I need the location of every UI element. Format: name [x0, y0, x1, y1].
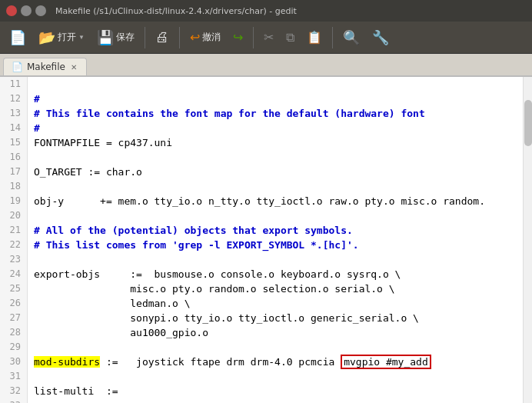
cut-icon: ✂	[264, 30, 274, 45]
line-number: 27	[0, 311, 28, 325]
folder-icon: 📂	[38, 29, 55, 46]
table-row: 30 mod-subdirs := joystick ftape drm drm…	[0, 355, 532, 369]
save-button[interactable]: 💾 保存	[92, 26, 139, 49]
titlebar: Makefile (/s1/uClinux-dist/linux-2.4.x/d…	[0, 0, 532, 22]
copy-button[interactable]: ⧉	[281, 28, 299, 48]
line-number: 33	[0, 398, 28, 403]
separator-1	[145, 27, 145, 48]
close-button[interactable]	[6, 5, 17, 16]
line-number: 15	[0, 135, 28, 150]
line-code: # This list comes from 'grep -l EXPORT_S…	[28, 238, 359, 252]
line-number: 21	[0, 223, 28, 238]
line-number: 24	[0, 267, 28, 281]
undo-label: 撤消	[202, 31, 221, 44]
table-row: 19 obj-y += mem.o tty_io.o n_tty.o tty_i…	[0, 194, 532, 208]
line-number: 19	[0, 194, 28, 208]
line-code	[28, 208, 40, 223]
table-row: 20	[0, 208, 532, 223]
separator-2	[179, 27, 180, 48]
new-icon: 📄	[9, 29, 26, 46]
line-number: 30	[0, 355, 28, 369]
save-icon: 💾	[97, 29, 114, 46]
line-code: #	[28, 121, 40, 135]
table-row: 28 au1000_gpio.o	[0, 325, 532, 340]
line-number: 20	[0, 208, 28, 223]
highlighted-text: mod-subdirs	[34, 356, 100, 368]
table-row: 25 misc.o pty.o random.o selection.o ser…	[0, 281, 532, 296]
line-number: 12	[0, 92, 28, 106]
line-code	[28, 77, 40, 92]
line-number: 23	[0, 252, 28, 267]
line-number: 18	[0, 179, 28, 194]
table-row: 26 ledman.o \	[0, 296, 532, 311]
cut-button[interactable]: ✂	[259, 27, 278, 48]
table-row: 33	[0, 398, 532, 403]
line-code	[28, 150, 40, 165]
undo-button[interactable]: ↩ 撤消	[185, 27, 225, 48]
maximize-button[interactable]	[35, 5, 46, 16]
separator-4	[332, 27, 333, 48]
line-code	[28, 252, 40, 267]
line-code: mod-subdirs := joystick ftape drm drm-4.…	[28, 355, 431, 369]
line-code	[28, 179, 40, 194]
scrollbar[interactable]	[523, 77, 532, 403]
line-code: FONTMAPFILE = cp437.uni	[28, 135, 172, 150]
code-content: 11 12 # 13 # This file contains the font…	[0, 77, 532, 403]
line-code: export-objs := busmouse.o console.o keyb…	[28, 267, 401, 281]
table-row: 13 # This file contains the font map for…	[0, 106, 532, 121]
line-number: 13	[0, 106, 28, 121]
table-row: 22 # This list comes from 'grep -l EXPOR…	[0, 238, 532, 252]
new-button[interactable]: 📄	[5, 26, 31, 49]
table-row: 24 export-objs := busmouse.o console.o k…	[0, 267, 532, 281]
print-button[interactable]: 🖨	[151, 26, 174, 48]
open-label: 打开	[58, 31, 76, 44]
line-code	[28, 369, 40, 384]
line-code: sonypi.o tty_io.o tty_ioctl.o generic_se…	[28, 311, 419, 325]
table-row: 18	[0, 179, 532, 194]
file-type-icon: 📄	[12, 62, 23, 72]
table-row: 29	[0, 340, 532, 355]
copy-icon: ⧉	[286, 31, 294, 45]
line-code	[28, 398, 40, 403]
find-icon: 🔍	[343, 29, 360, 46]
line-number: 28	[0, 325, 28, 340]
line-number: 14	[0, 121, 28, 135]
line-code: ledman.o \	[28, 296, 191, 311]
line-number: 22	[0, 238, 28, 252]
line-number: 29	[0, 340, 28, 355]
open-button[interactable]: 📂 打开 ▼	[34, 26, 89, 49]
tools-button[interactable]: 🔧	[367, 26, 394, 49]
scrollbar-thumb[interactable]	[524, 100, 532, 146]
find-button[interactable]: 🔍	[338, 26, 364, 49]
tabbar: 📄 Makefile ✕	[0, 54, 532, 77]
table-row: 11	[0, 77, 532, 92]
redo-button[interactable]: ↪	[228, 27, 248, 48]
tab-close-button[interactable]: ✕	[69, 63, 78, 72]
line-code	[28, 340, 40, 355]
line-code: obj-y += mem.o tty_io.o n_tty.o tty_ioct…	[28, 194, 485, 208]
paste-button[interactable]: 📋	[302, 27, 327, 48]
table-row: 15 FONTMAPFILE = cp437.uni	[0, 135, 532, 150]
makefile-tab[interactable]: 📄 Makefile ✕	[3, 58, 87, 75]
print-icon: 🖨	[155, 29, 169, 45]
line-code: misc.o pty.o random.o selection.o serial…	[28, 281, 395, 296]
line-number: 32	[0, 384, 28, 398]
red-box-text: mvgpio #my_add	[341, 355, 431, 369]
line-code: # All of the (potential) objects that ex…	[28, 223, 353, 238]
table-row: 23	[0, 252, 532, 267]
tools-icon: 🔧	[372, 29, 389, 46]
minimize-button[interactable]	[21, 5, 32, 16]
editor[interactable]: 11 12 # 13 # This file contains the font…	[0, 77, 532, 403]
window-controls	[6, 5, 46, 16]
line-code: #	[28, 92, 40, 106]
table-row: 21 # All of the (potential) objects that…	[0, 223, 532, 238]
line-number: 31	[0, 369, 28, 384]
toolbar: 📄 📂 打开 ▼ 💾 保存 🖨 ↩ 撤消 ↪ ✂ ⧉ 📋 🔍	[0, 22, 532, 54]
table-row: 31	[0, 369, 532, 384]
dropdown-icon: ▼	[78, 34, 85, 41]
window-title: Makefile (/s1/uClinux-dist/linux-2.4.x/d…	[55, 6, 297, 16]
table-row: 16	[0, 150, 532, 165]
table-row: 14 #	[0, 121, 532, 135]
undo-icon: ↩	[190, 30, 200, 45]
line-code: list-multi :=	[28, 384, 118, 398]
